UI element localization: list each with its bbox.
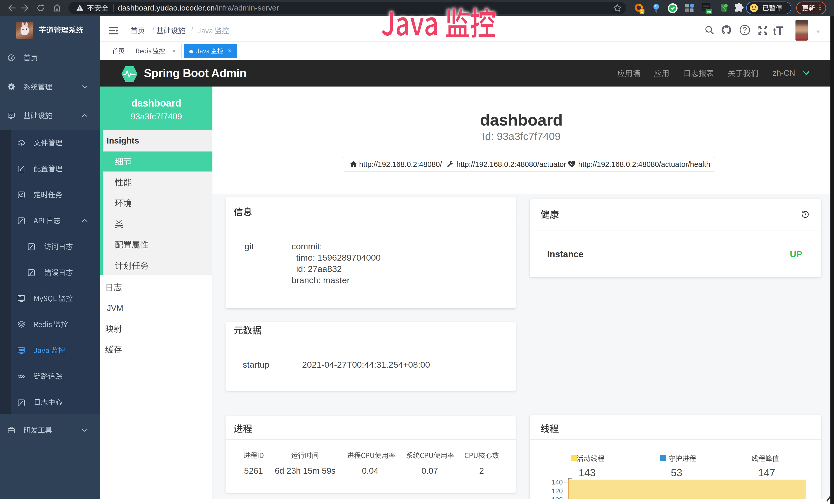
svg-text:on: on <box>707 9 711 13</box>
svg-text:1: 1 <box>641 9 643 13</box>
